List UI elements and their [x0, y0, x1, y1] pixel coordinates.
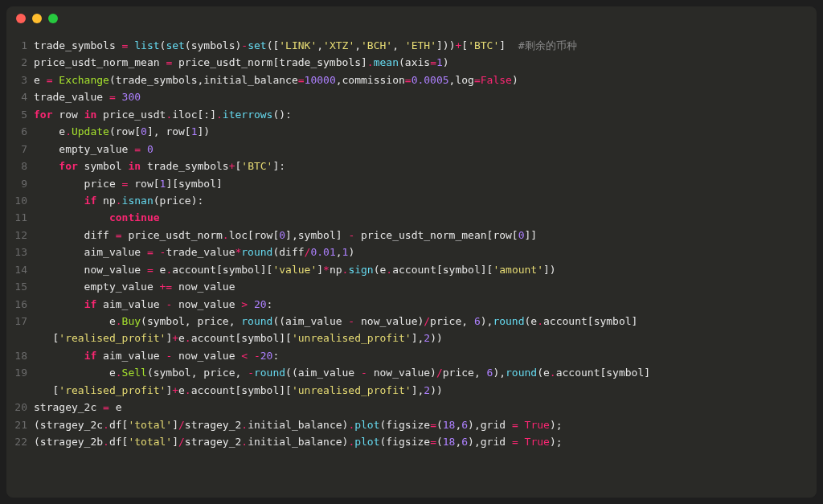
code-line[interactable]: 7 empty_value = 0 [6, 141, 817, 158]
token-var: ] [172, 436, 178, 448]
code-line[interactable]: 16 if aim_value - now_value > 20: [6, 296, 817, 313]
token-num: 10000 [305, 74, 336, 86]
code-editor[interactable]: 1trade_symbols = list(set(symbols)-set([… [6, 31, 817, 464]
code-line[interactable]: ['realised_profit']+e.account[symbol]['u… [6, 382, 817, 399]
code-line[interactable]: 9 price = row[1][symbol] [6, 175, 817, 192]
code-line[interactable]: 12 diff = price_usdt_norm.loc[row[0],sym… [6, 227, 817, 244]
token-op: . [185, 332, 191, 344]
token-kw: continue [109, 211, 160, 223]
code-line[interactable]: ['realised_profit']+e.account[symbol]['u… [6, 330, 817, 346]
token-str: 'XTZ' [323, 39, 354, 51]
code-content[interactable]: now_value = e.account[symbol]['value']*n… [34, 261, 817, 278]
code-content[interactable]: (stragey_2c.df['total']/stragey_2.initia… [34, 416, 817, 433]
token-var: ((aim_value [272, 315, 348, 327]
code-line[interactable]: 22(stragey_2b.df['total']/stragey_2.init… [6, 433, 817, 450]
line-number: 6 [6, 123, 34, 140]
code-line[interactable]: 6 e.Update(row[0], row[1]) [6, 123, 817, 140]
code-content[interactable]: if aim_value - now_value < -20: [34, 347, 817, 364]
token-var: empty_value [34, 143, 134, 155]
code-line[interactable]: 18 if aim_value - now_value < -20: [6, 347, 817, 364]
token-op: . [116, 195, 122, 207]
code-content[interactable]: price = row[1][symbol] [34, 175, 817, 192]
code-line[interactable]: 21(stragey_2c.df['total']/stragey_2.init… [6, 416, 817, 433]
code-line[interactable]: 3e = Exchange(trade_symbols,initial_bala… [6, 72, 817, 88]
code-line[interactable]: 5for row in price_usdt.iloc[:].iterrows(… [6, 106, 817, 123]
code-content[interactable]: ['realised_profit']+e.account[symbol]['u… [34, 382, 817, 399]
token-var: ]] [525, 229, 538, 241]
code-content[interactable]: diff = price_usdt_norm.loc[row[0],symbol… [34, 227, 817, 244]
token-var: price_usdt_norm [122, 229, 223, 241]
token-op: = [147, 264, 154, 276]
code-content[interactable]: stragey_2c = e [34, 399, 817, 416]
code-content[interactable]: continue [34, 209, 817, 226]
token-var: trade_value [166, 246, 235, 258]
token-var: ] [499, 39, 518, 51]
token-str: 'realised_profit' [59, 332, 166, 344]
code-content[interactable]: e.Update(row[0], row[1]) [34, 123, 817, 140]
token-var: (stragey_2b [34, 436, 103, 448]
code-content[interactable]: price_usdt_norm_mean = price_usdt_norm[t… [34, 54, 817, 71]
code-content[interactable]: ['realised_profit']+e.account[symbol]['u… [34, 330, 817, 346]
line-number: 18 [6, 347, 34, 364]
token-var: (): [272, 109, 291, 121]
token-var: now_value) [354, 315, 424, 327]
code-line[interactable]: 19 e.Sell(symbol, price, -round((aim_val… [6, 364, 817, 381]
token-var: trade_symbols [34, 39, 122, 51]
token-var: ( [436, 419, 443, 431]
token-var: account[symbol] [543, 315, 637, 327]
maximize-icon[interactable] [48, 14, 58, 23]
token-op: = [298, 74, 305, 86]
token-var: ] [172, 419, 178, 431]
token-var: initial_balance) [248, 419, 348, 431]
code-content[interactable]: empty_value = 0 [34, 141, 817, 158]
token-op: . [65, 125, 72, 137]
code-content[interactable]: if aim_value - now_value > 20: [34, 296, 817, 313]
code-content[interactable]: if np.isnan(price): [34, 192, 817, 209]
code-content[interactable]: for row in price_usdt.iloc[:].iterrows()… [34, 106, 817, 123]
token-var: ), [481, 315, 493, 327]
token-var: ],symbol] [285, 229, 348, 241]
token-var: ], [412, 384, 424, 396]
code-line[interactable]: 1trade_symbols = list(set(symbols)-set([… [6, 37, 817, 54]
code-content[interactable]: empty_value += now_value [34, 278, 817, 295]
token-func: round [506, 367, 537, 379]
token-var [116, 91, 122, 103]
token-var: price_usdt_norm_mean[row[ [354, 229, 518, 241]
code-content[interactable]: aim_value = -trade_value*round(diff/0.01… [34, 244, 817, 260]
code-content[interactable]: e.Buy(symbol, price, round((aim_value - … [34, 313, 817, 330]
code-content[interactable]: for symbol in trade_symbols+['BTC']: [34, 158, 817, 174]
token-var: ); [550, 419, 563, 431]
token-func: isnan [122, 195, 154, 207]
code-line[interactable]: 17 e.Buy(symbol, price, round((aim_value… [6, 313, 817, 330]
code-content[interactable]: (stragey_2b.df['total']/stragey_2.initia… [34, 433, 817, 450]
token-op: = [430, 419, 436, 431]
token-str: 'ETH' [405, 39, 436, 51]
token-var: initial_balance) [248, 436, 348, 448]
code-line[interactable]: 14 now_value = e.account[symbol]['value'… [6, 261, 817, 278]
code-line[interactable]: 2price_usdt_norm_mean = price_usdt_norm[… [6, 54, 817, 71]
token-var [34, 350, 84, 362]
token-var: price, [430, 315, 474, 327]
code-line[interactable]: 13 aim_value = -trade_value*round(diff/0… [6, 244, 817, 260]
token-var: account[symbol][ [191, 384, 292, 396]
code-content[interactable]: trade_symbols = list(set(symbols)-set(['… [34, 37, 817, 54]
token-var: now_value) [367, 367, 436, 379]
token-func: mean [374, 56, 399, 68]
code-content[interactable]: trade_value = 300 [34, 88, 817, 105]
code-content[interactable]: e.Sell(symbol, price, -round((aim_value … [34, 364, 817, 381]
code-line[interactable]: 20stragey_2c = e [6, 399, 817, 416]
token-var: : [267, 298, 273, 310]
code-line[interactable]: 8 for symbol in trade_symbols+['BTC']: [6, 158, 817, 174]
code-line[interactable]: 11 continue [6, 209, 817, 226]
code-content[interactable]: e = Exchange(trade_symbols,initial_balan… [34, 72, 817, 88]
token-var: df[ [109, 436, 128, 448]
token-var: account[symbol] [556, 367, 650, 379]
token-str: 'unrealised_profit' [292, 332, 412, 344]
code-line[interactable]: 4trade_value = 300 [6, 88, 817, 105]
close-icon[interactable] [16, 14, 26, 23]
token-var: account[symbol][ [392, 264, 493, 276]
code-line[interactable]: 10 if np.isnan(price): [6, 192, 817, 209]
token-var [34, 160, 59, 172]
code-line[interactable]: 15 empty_value += now_value [6, 278, 817, 295]
minimize-icon[interactable] [32, 14, 42, 23]
